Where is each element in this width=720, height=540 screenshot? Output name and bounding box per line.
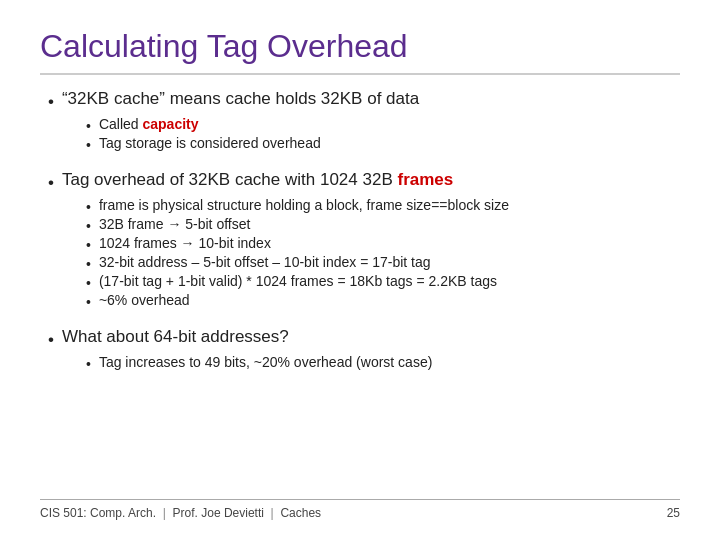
bullet-1: • “32KB cache” means cache holds 32KB of… [48, 89, 680, 112]
sub-bullet-dot: • [86, 256, 91, 272]
sub-bullet-1-1-text: Called capacity [99, 116, 199, 132]
footer-divider-1: | [159, 506, 172, 520]
sub-bullet-2-4-text: 32-bit address – 5-bit offset – 10-bit i… [99, 254, 431, 270]
bullet-3-text: What about 64-bit addresses? [62, 327, 289, 347]
sub-bullet-1-1: • Called capacity [86, 116, 680, 134]
sub-bullet-2-2: • 32B frame → 5-bit offset [86, 216, 680, 234]
sub-bullet-2-3-text: 1024 frames → 10-bit index [99, 235, 271, 251]
frames-highlight: frames [397, 170, 453, 189]
section-1: • “32KB cache” means cache holds 32KB of… [40, 89, 680, 154]
sub-bullet-dot: • [86, 199, 91, 215]
sub-bullet-2-1: • frame is physical structure holding a … [86, 197, 680, 215]
footer-divider-2: | [267, 506, 280, 520]
sub-bullet-2-5: • (17-bit tag + 1-bit valid) * 1024 fram… [86, 273, 680, 291]
bullet-3: • What about 64-bit addresses? [48, 327, 680, 350]
bullet-2-text: Tag overhead of 32KB cache with 1024 32B… [62, 170, 453, 190]
sub-bullet-2-1-text: frame is physical structure holding a bl… [99, 197, 509, 213]
sub-bullet-3-1: • Tag increases to 49 bits, ~20% overhea… [86, 354, 680, 372]
slide-footer: CIS 501: Comp. Arch. | Prof. Joe Deviett… [40, 499, 680, 520]
sub-bullet-2-2-text: 32B frame → 5-bit offset [99, 216, 250, 232]
slide-content: • “32KB cache” means cache holds 32KB of… [40, 89, 680, 499]
sub-bullet-dot: • [86, 294, 91, 310]
footer-left: CIS 501: Comp. Arch. | Prof. Joe Deviett… [40, 506, 321, 520]
slide-title: Calculating Tag Overhead [40, 28, 680, 75]
sub-bullet-dot: • [86, 218, 91, 234]
sub-bullet-dot: • [86, 275, 91, 291]
sub-bullet-dot: • [86, 118, 91, 134]
sub-bullet-2-4: • 32-bit address – 5-bit offset – 10-bit… [86, 254, 680, 272]
bullet-2: • Tag overhead of 32KB cache with 1024 3… [48, 170, 680, 193]
section-3: • What about 64-bit addresses? • Tag inc… [40, 327, 680, 373]
slide: Calculating Tag Overhead • “32KB cache” … [0, 0, 720, 540]
sub-bullet-dot: • [86, 356, 91, 372]
sub-bullet-2-5-text: (17-bit tag + 1-bit valid) * 1024 frames… [99, 273, 497, 289]
sub-bullet-1-2-text: Tag storage is considered overhead [99, 135, 321, 151]
section-2: • Tag overhead of 32KB cache with 1024 3… [40, 170, 680, 311]
bullet-dot: • [48, 173, 54, 193]
bullet-dot: • [48, 330, 54, 350]
sub-bullet-dot: • [86, 137, 91, 153]
sub-bullet-dot: • [86, 237, 91, 253]
sub-bullet-1-2: • Tag storage is considered overhead [86, 135, 680, 153]
bullet-1-text: “32KB cache” means cache holds 32KB of d… [62, 89, 419, 109]
bullet-dot: • [48, 92, 54, 112]
sub-bullet-2-6-text: ~6% overhead [99, 292, 190, 308]
capacity-highlight: capacity [143, 116, 199, 132]
sub-bullet-2-6: • ~6% overhead [86, 292, 680, 310]
footer-page-number: 25 [667, 506, 680, 520]
sub-bullet-2-3: • 1024 frames → 10-bit index [86, 235, 680, 253]
sub-bullet-3-1-text: Tag increases to 49 bits, ~20% overhead … [99, 354, 432, 370]
